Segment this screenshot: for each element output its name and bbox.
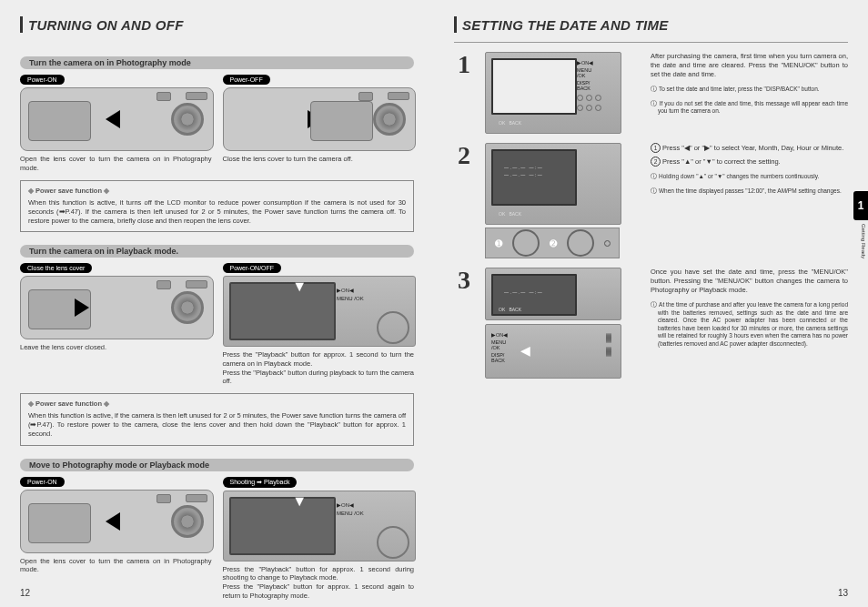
step-2-line-2-text: Press "▲" or "▼" to correct the setting.	[662, 157, 781, 166]
lens-cover-icon	[28, 503, 91, 543]
dpad-icon	[377, 311, 409, 344]
info-body: When this function is active, if the cam…	[28, 411, 406, 439]
marker-1-icon: ➊	[495, 238, 502, 248]
label-menu: MENU /OK	[337, 296, 409, 301]
button-dots	[606, 348, 611, 356]
lens-icon	[171, 505, 204, 538]
button-dots	[606, 334, 611, 342]
step-2: 2 — . — . — — : —— . — . — — : — OK BACK…	[454, 143, 848, 258]
col-power-off: Power-OFF Close the lens cover to turn t…	[223, 75, 415, 173]
lens-icon	[171, 291, 204, 324]
step-2-line-2: 2Press "▲" or "▼" to correct the setting…	[651, 157, 848, 167]
section-header-photography-on: Turn the camera on in Photography mode	[20, 56, 414, 69]
label-menu: MENU /OK	[577, 67, 617, 78]
label-on: ▶ON◀	[491, 332, 508, 338]
title-bar: SETTING THE DATE AND TIME	[454, 16, 848, 33]
caption-power-off: Close the lens cover to turn the camera …	[223, 155, 415, 164]
marker-2-icon: ➋	[550, 238, 557, 248]
row-playback-on: Close the lens cover Leave the lens cove…	[20, 263, 414, 386]
flash-icon	[186, 494, 207, 502]
lcd-screen-icon	[229, 497, 337, 555]
camera-back: ▶ON◀ MENU /OK ▼	[223, 276, 417, 347]
camera-front-open-2	[20, 490, 214, 553]
camera-front-close	[223, 87, 417, 151]
pill-shooting-playback: Shooting ➡ Playback	[223, 477, 298, 488]
row-move-mode: Power-ON Open the lens cover to turn the…	[20, 477, 414, 601]
section-header-playback-on: Turn the camera on in Playback mode.	[20, 245, 414, 258]
label-disp: DISP/ BACK	[577, 80, 617, 91]
back-buttons: ▶ON◀ MENU /OK	[337, 284, 409, 339]
info-title: Power save function	[28, 400, 406, 409]
back-buttons: ▶ON◀ MENU /OK	[337, 499, 409, 553]
lcd-panel: OK BACK ▶ON◀ MENU /OK DISP/ BACK	[485, 52, 621, 134]
power-save-box-2: Power save function When this function i…	[20, 393, 414, 446]
lcd-screen-icon	[491, 58, 577, 115]
chapter-tab: 1	[853, 191, 868, 220]
chapter-tab-label: Getting Ready	[861, 224, 866, 258]
step-number: 2	[454, 143, 474, 258]
pill-power-on: Power-ON	[20, 75, 65, 85]
info-title: Power save function	[28, 187, 406, 196]
date-rows: — . — . — — : —— . — . — — : —	[504, 164, 542, 178]
arrow-left-icon	[106, 512, 120, 531]
dpad-icon	[512, 229, 540, 257]
step-2-note-b: When the time displayed passes "12:00", …	[651, 187, 848, 195]
lcd-screen-icon: — . — . — — : —— . — . — — : —	[491, 149, 577, 206]
ok-back-label: OK BACK	[499, 211, 521, 217]
step-number: 1	[454, 52, 474, 134]
caption-playback-btn: Press the "Playback" button for approx. …	[223, 350, 415, 386]
arrow-left-icon	[106, 110, 120, 128]
ok-back-label: OK BACK	[499, 120, 521, 126]
power-save-box-1: Power save function When this function i…	[20, 180, 414, 233]
button-dot-icon	[604, 240, 611, 247]
title-stripe	[20, 16, 23, 33]
circled-2-icon: 2	[651, 157, 661, 167]
flash-icon	[186, 92, 207, 100]
step-1-body: After purchasing the camera, first time …	[651, 52, 848, 79]
label-menu: MENU /OK	[491, 339, 508, 350]
dpad-icon	[567, 229, 594, 257]
col-close-cover: Close the lens cover Leave the lens cove…	[20, 263, 212, 386]
circled-1-icon: 1	[651, 143, 661, 153]
title-stripe	[454, 16, 457, 33]
caption-power-on: Open the lens cover to turn the camera o…	[20, 155, 212, 173]
flash-icon	[186, 280, 207, 288]
lens-cover-icon	[310, 101, 373, 141]
page-title: SETTING THE DATE AND TIME	[462, 17, 669, 33]
lens-icon	[373, 103, 406, 136]
lens-icon	[171, 103, 204, 136]
step-3-body: Once you have set the date and time, pre…	[651, 268, 848, 295]
step-2-image: — . — . — — : —— . — . — — : — OK BACK ➊…	[485, 143, 640, 258]
camera-front-closed	[20, 276, 214, 339]
step-2-note-a: Holding down "▲" or "▼" changes the numb…	[651, 172, 848, 180]
label-menu: MENU /OK	[337, 511, 409, 516]
section-header-move-mode: Move to Photography mode or Playback mod…	[20, 459, 414, 471]
page-number-left: 12	[20, 588, 30, 598]
step-2-line-1: 1Press "◀" or "▶" to select Year, Month,…	[651, 143, 848, 153]
step-1-note-a: To set the date and time later, press th…	[651, 85, 848, 93]
button-dots	[577, 105, 617, 111]
page-right: SETTING THE DATE AND TIME 1 OK BACK ▶ON◀…	[434, 0, 868, 607]
col-playback-btn: Power-ON/OFF ▶ON◀ MENU /OK ▼ Press the "…	[223, 263, 415, 386]
step-3-text: Once you have set the date and time, pre…	[651, 268, 848, 379]
row-photography-on: Power-ON Open the lens cover to turn the…	[20, 75, 414, 173]
control-pad: ➊ ➋	[485, 228, 620, 258]
pill-close-cover: Close the lens cover	[20, 263, 92, 273]
step-3: 3 — . — . — — : — OK BACK ▶ON◀ MENU /OK …	[454, 268, 848, 379]
title-bar: TURNING ON AND OFF	[20, 16, 414, 33]
label-on: ▶ON◀	[337, 287, 409, 293]
lcd-screen-icon	[229, 282, 337, 340]
button-dots	[577, 95, 617, 101]
camera-back-2: ▶ON◀ MENU /OK ▼	[223, 491, 417, 561]
divider	[454, 42, 848, 43]
step-2-text: 1Press "◀" or "▶" to select Year, Month,…	[651, 143, 848, 258]
pointer-icon: ▼	[292, 278, 307, 295]
viewfinder-icon	[156, 280, 171, 289]
label-on: ▶ON◀	[577, 60, 617, 66]
step-3-note: At the time of purchase and after you le…	[651, 300, 848, 348]
col-move-right: Shooting ➡ Playback ▶ON◀ MENU /OK ▼ Pres…	[223, 477, 415, 601]
page-left: TURNING ON AND OFF Turn the camera on in…	[0, 0, 434, 607]
date-rows: — . — . — — : —	[504, 288, 542, 296]
pointer-icon: ◀	[520, 343, 530, 358]
viewfinder-icon	[156, 494, 171, 503]
